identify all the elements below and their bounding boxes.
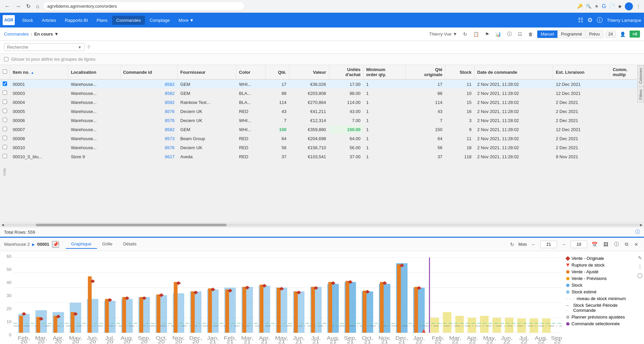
view-selector[interactable]: Thierry Vue ▼ <box>427 30 459 38</box>
header-date-commande[interactable]: Date de commande <box>475 65 553 79</box>
scroll-right-arrow[interactable]: ▶ <box>640 223 643 227</box>
header-item-no[interactable]: Item no. ▲ <box>10 65 68 79</box>
scroll-thumb[interactable] <box>36 224 227 226</box>
groupby-bar[interactable]: Glisser ici pour définir les groupes de … <box>0 54 644 65</box>
nav-rapports-bi[interactable]: Rapports BI <box>61 16 92 25</box>
cell-commande-id[interactable]: 8573 <box>120 134 178 143</box>
row-checkbox[interactable] <box>0 89 10 98</box>
legend-safety-stock[interactable]: – · Stock Sécurité Période Commande <box>566 303 632 313</box>
tab-grille[interactable]: Grille <box>97 240 118 249</box>
table-row[interactable]: 00006 Warehouse... 8576 Deciem UK WHI...… <box>0 116 644 125</box>
legend-vente-ajuste[interactable]: Vente - Ajusté <box>566 269 632 274</box>
url-bar[interactable] <box>43 2 245 11</box>
refresh-btn[interactable]: ↻ <box>461 30 469 38</box>
total-rows-info-icon[interactable]: ⓘ <box>635 229 640 235</box>
chart-btn[interactable]: 📊 <box>493 30 503 38</box>
scroll-track[interactable] <box>4 224 640 226</box>
row-checkbox[interactable] <box>0 116 10 125</box>
cell-commande-id[interactable]: 8592 <box>120 98 178 107</box>
cell-commande-id[interactable]: 8582 <box>120 79 178 89</box>
nav-commandes[interactable]: Commandes <box>112 16 145 25</box>
header-localisation[interactable]: Localisation <box>68 65 120 79</box>
nav-settings-icon[interactable]: ⚙ <box>587 16 593 24</box>
legend-vente-previsions[interactable]: Vente - Prévisions <box>566 276 632 281</box>
header-color[interactable]: Color <box>236 65 266 79</box>
close-btn[interactable]: ✕ <box>633 241 640 248</box>
legend-min-stock[interactable]: - - - niveau de stock minimum <box>566 296 632 301</box>
cell-commande-id[interactable]: 8617 <box>120 152 178 161</box>
nav-plans[interactable]: Plans <box>93 16 112 25</box>
table-row[interactable]: 00010 Warehouse... 8576 Deciem UK RED 56… <box>0 143 644 152</box>
table-row[interactable]: 00003 Warehouse... 8582 GEM BLA... 88 €2… <box>0 89 644 98</box>
search-dropdown-arrow[interactable]: ▼ <box>78 45 82 49</box>
panel-refresh-btn[interactable]: ↻ <box>508 241 516 248</box>
browser-avatar[interactable] <box>625 2 633 10</box>
tab-details[interactable]: Détails <box>118 240 142 249</box>
check-green-btn[interactable]: >0 <box>630 31 640 38</box>
header-checkbox[interactable] <box>0 65 10 79</box>
legend-minus-btn[interactable]: ◯ <box>637 273 643 278</box>
legend-planner[interactable]: Planner prévisions ajustées <box>566 314 632 320</box>
row-checkbox[interactable] <box>0 125 10 134</box>
row-checkbox[interactable] <box>0 79 10 89</box>
grid-btn[interactable]: ☷ <box>516 30 524 38</box>
legend-more-btn[interactable]: ⋮ <box>637 264 643 269</box>
cell-commande-id[interactable]: 8576 <box>120 116 178 125</box>
forecast-input[interactable] <box>571 241 587 248</box>
toggle-manuel[interactable]: Manuel <box>537 31 557 38</box>
toggle-prevu[interactable]: Prévu <box>586 31 603 38</box>
search-input[interactable] <box>7 45 78 50</box>
scroll-left-arrow[interactable]: ◀ <box>1 223 4 227</box>
nav-comptage[interactable]: Comptage <box>146 16 174 25</box>
legend-edit-btn[interactable]: ✎ <box>637 255 643 261</box>
header-est-livraison[interactable]: Est. Livraison <box>553 65 610 79</box>
row-checkbox[interactable] <box>0 134 10 143</box>
table-row[interactable]: 00004 Warehouse... 8592 Rainbow Text... … <box>0 98 644 107</box>
browser-home[interactable]: ⌂ <box>35 2 41 11</box>
browser-menu-icon[interactable]: ⋮ <box>636 4 641 9</box>
months-input[interactable] <box>540 241 557 248</box>
side-label-filtres[interactable]: Filtres <box>637 87 644 103</box>
header-unites-achat[interactable]: Unitésd'achat <box>329 65 363 79</box>
browser-ext2-icon[interactable]: ◆ <box>618 4 622 9</box>
toggle-programme[interactable]: Programmé <box>558 31 586 38</box>
legend-commande-selectionnee[interactable]: Commande sélectionnée <box>566 321 632 326</box>
table-scroll[interactable]: Item no. ▲ Localisation Commande id Four… <box>0 65 644 222</box>
header-valeur[interactable]: Valeur <box>289 65 329 79</box>
delete-btn[interactable]: 🗑 <box>526 30 535 38</box>
browser-back[interactable]: ← <box>3 2 11 11</box>
expand-btn[interactable]: ⧉ <box>623 240 630 248</box>
help-icon[interactable]: ? <box>87 45 90 50</box>
months-next-btn[interactable]: → <box>560 241 568 248</box>
legend-vente-originale[interactable]: Vente - Originale <box>566 256 632 261</box>
image-btn[interactable]: 🖼 <box>602 241 610 248</box>
months-prev-btn[interactable]: ← <box>530 241 538 248</box>
legend-rupture[interactable]: Rupture de stock <box>566 263 632 268</box>
user-icon-btn[interactable]: 👤 <box>618 30 628 38</box>
row-checkbox[interactable] <box>0 143 10 152</box>
info-btn[interactable]: ⓘ <box>505 30 514 39</box>
row-checkbox[interactable] <box>0 107 10 116</box>
header-commande-id[interactable]: Commande id <box>120 65 178 79</box>
nav-more[interactable]: More ▼ <box>175 16 198 25</box>
groupby-checkbox[interactable] <box>4 57 8 61</box>
header-minimum-qty[interactable]: Minimumorder qty. <box>363 65 406 79</box>
export-btn[interactable]: 📋 <box>471 30 481 38</box>
table-row[interactable]: 00010_S_blu... Store 9 8617 Aveda RED 37… <box>0 152 644 161</box>
browser-fwd[interactable]: → <box>14 2 22 11</box>
filter-btn[interactable]: ⚑ <box>483 30 491 38</box>
pin-btn[interactable]: 📌 <box>52 241 59 248</box>
cell-commande-id[interactable]: 8576 <box>120 143 178 152</box>
legend-stock-estime[interactable]: Stock estimé <box>566 289 632 294</box>
header-fournisseur[interactable]: Fournisseur <box>178 65 236 79</box>
table-row[interactable]: 00008 Warehouse... 8573 Beam Group RED 6… <box>0 134 644 143</box>
header-stock[interactable]: Stock <box>445 65 475 79</box>
table-row[interactable]: 00007 Warehouse... 8582 GEM WHI... 150 €… <box>0 125 644 134</box>
horizontal-scrollbar[interactable]: ◀ ▶ <box>0 222 644 227</box>
header-qte-originale[interactable]: Qtéoriginale <box>406 65 445 79</box>
nav-info-icon[interactable]: ⓘ <box>597 16 603 24</box>
breadcrumb-dropdown-arrow[interactable]: ▼ <box>54 32 59 37</box>
browser-refresh[interactable]: ↻ <box>25 2 32 11</box>
table-row[interactable]: 00005 Warehouse... 8576 Deciem UK RED 43… <box>0 107 644 116</box>
breadcrumb-current[interactable]: En cours ▼ <box>34 32 59 37</box>
